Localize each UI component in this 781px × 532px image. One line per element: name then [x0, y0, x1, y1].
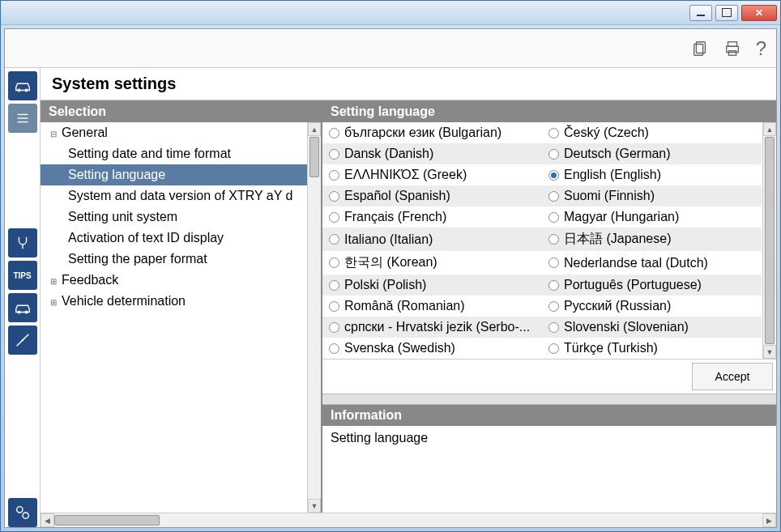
tree-item[interactable]: ⊟General — [41, 122, 321, 143]
radio-icon[interactable] — [329, 301, 339, 312]
copy-icon[interactable] — [691, 40, 709, 57]
left-rail: TIPS — [5, 68, 41, 527]
radio-icon[interactable] — [548, 128, 559, 138]
language-label: Português (Portuguese) — [564, 278, 702, 292]
tree-item[interactable]: Setting date and time format — [41, 143, 321, 164]
radio-icon[interactable] — [548, 301, 559, 312]
radio-icon[interactable] — [548, 322, 559, 333]
radio-icon[interactable] — [329, 280, 339, 291]
window-close-button[interactable] — [741, 5, 777, 21]
tree-item[interactable]: ⊞Feedback — [41, 270, 321, 291]
svg-rect-4 — [728, 50, 736, 55]
language-option[interactable]: English (English) — [542, 164, 762, 185]
language-option[interactable]: Italiano (Italian) — [322, 228, 542, 251]
language-scrollbar[interactable]: ▲▼ — [762, 122, 776, 359]
language-option[interactable]: Slovenski (Slovenian) — [542, 317, 762, 338]
tree-item-label: Setting the paper format — [68, 252, 207, 266]
window-minimize-button[interactable] — [689, 5, 712, 21]
radio-icon[interactable] — [548, 191, 559, 202]
radio-icon[interactable] — [329, 212, 339, 223]
language-option[interactable]: Český (Czech) — [542, 122, 762, 143]
rail-tips-button[interactable]: TIPS — [8, 261, 37, 290]
language-option[interactable]: Suomi (Finnish) — [542, 185, 762, 206]
language-label: Español (Spanish) — [344, 189, 450, 203]
language-label: Română (Romanian) — [344, 299, 465, 313]
language-option[interactable]: Deutsch (German) — [542, 143, 762, 164]
tree-item[interactable]: Setting unit system — [41, 206, 321, 228]
rail-diagnostics-button[interactable] — [8, 228, 37, 257]
radio-icon[interactable] — [548, 212, 559, 223]
rail-list-button[interactable] — [8, 104, 37, 133]
tree-item-label: Vehicle determination — [62, 294, 186, 308]
language-option[interactable]: Português (Portuguese) — [542, 275, 762, 296]
language-option[interactable]: Français (French) — [322, 206, 542, 228]
rail-vehicle2-button[interactable] — [8, 293, 37, 322]
tree-item-label: System and data version of XTRY aY d — [68, 189, 293, 202]
radio-icon[interactable] — [548, 170, 559, 181]
tree-item[interactable]: ⊞Vehicle determination — [41, 291, 321, 312]
tree-item-label: Feedback — [62, 273, 118, 287]
language-option[interactable]: 한국의 (Korean) — [322, 251, 542, 275]
radio-icon[interactable] — [329, 170, 339, 181]
panels: Selection ⊟GeneralSetting date and time … — [41, 100, 776, 513]
print-icon[interactable] — [723, 40, 741, 57]
radio-icon[interactable] — [329, 257, 339, 268]
information-body: Setting language — [322, 426, 776, 513]
radio-icon[interactable] — [329, 322, 339, 333]
language-option[interactable]: български език (Bulgarian) — [322, 122, 542, 143]
accept-button[interactable]: Accept — [692, 363, 773, 390]
selection-scrollbar[interactable]: ▲▼ — [307, 122, 321, 513]
language-option[interactable]: Русский (Russian) — [542, 296, 762, 317]
language-label: Deutsch (German) — [564, 147, 671, 161]
language-option[interactable]: Svenska (Swedish) — [322, 338, 542, 359]
main-area: System settings Selection ⊟GeneralSettin… — [41, 68, 776, 527]
language-label: Dansk (Danish) — [344, 147, 433, 161]
information-header: Information — [322, 405, 776, 426]
tree-item[interactable]: Setting language — [41, 164, 321, 185]
language-option[interactable]: српски - Hrvatski jezik (Serbo-... — [322, 317, 542, 338]
language-label: Suomi (Finnish) — [564, 189, 655, 203]
radio-icon[interactable] — [329, 343, 339, 354]
accept-bar: Accept — [322, 359, 776, 394]
radio-icon[interactable] — [329, 128, 339, 138]
titlebar — [1, 1, 780, 25]
selection-header: Selection — [41, 101, 321, 122]
tree-item[interactable]: System and data version of XTRY aY d — [41, 185, 321, 206]
radio-icon[interactable] — [548, 280, 559, 291]
tree-expander-icon[interactable]: ⊟ — [49, 130, 58, 138]
language-option[interactable]: Türkçe (Turkish) — [542, 338, 762, 359]
tree-item[interactable]: Setting the paper format — [41, 249, 321, 270]
language-option[interactable]: Español (Spanish) — [322, 185, 542, 206]
language-label: Italiano (Italian) — [344, 232, 433, 247]
radio-icon[interactable] — [548, 257, 559, 268]
rail-tools-button[interactable] — [8, 326, 37, 355]
radio-icon[interactable] — [548, 149, 559, 160]
language-label: Nederlandse taal (Dutch) — [564, 256, 708, 270]
language-option[interactable]: Magyar (Hungarian) — [542, 206, 762, 228]
tree-expander-icon[interactable]: ⊞ — [49, 298, 58, 307]
radio-icon[interactable] — [329, 234, 339, 245]
horizontal-scrollbar[interactable]: ◀ ▶ — [41, 513, 776, 527]
language-option[interactable]: Polski (Polish) — [322, 275, 542, 296]
radio-icon[interactable] — [548, 234, 559, 245]
radio-icon[interactable] — [548, 343, 559, 354]
radio-icon[interactable] — [329, 149, 339, 160]
window-maximize-button[interactable] — [715, 5, 738, 21]
rail-settings-button[interactable] — [8, 498, 37, 527]
tree-item-label: Setting language — [68, 168, 165, 181]
language-label: Türkçe (Turkish) — [564, 341, 658, 355]
language-option[interactable]: 日本語 (Japanese) — [542, 228, 762, 251]
language-option[interactable]: ΕΛΛΗΝΙΚΌΣ (Greek) — [322, 164, 542, 185]
help-icon[interactable]: ? — [756, 37, 766, 60]
tree-expander-icon[interactable]: ⊞ — [49, 277, 58, 286]
language-label: 日本語 (Japanese) — [564, 231, 672, 248]
language-panel: Setting language български език (Bulgari… — [322, 101, 776, 513]
language-option[interactable]: Dansk (Danish) — [322, 143, 542, 164]
language-option[interactable]: Nederlandse taal (Dutch) — [542, 251, 762, 275]
radio-icon[interactable] — [329, 191, 339, 202]
tree-item[interactable]: Activation of text ID display — [41, 228, 321, 249]
rail-vehicle-button[interactable] — [8, 71, 37, 100]
language-option[interactable]: Română (Romanian) — [322, 296, 542, 317]
window-frame: ? TIPS — [0, 0, 781, 532]
selection-tree: ⊟GeneralSetting date and time formatSett… — [41, 122, 321, 513]
